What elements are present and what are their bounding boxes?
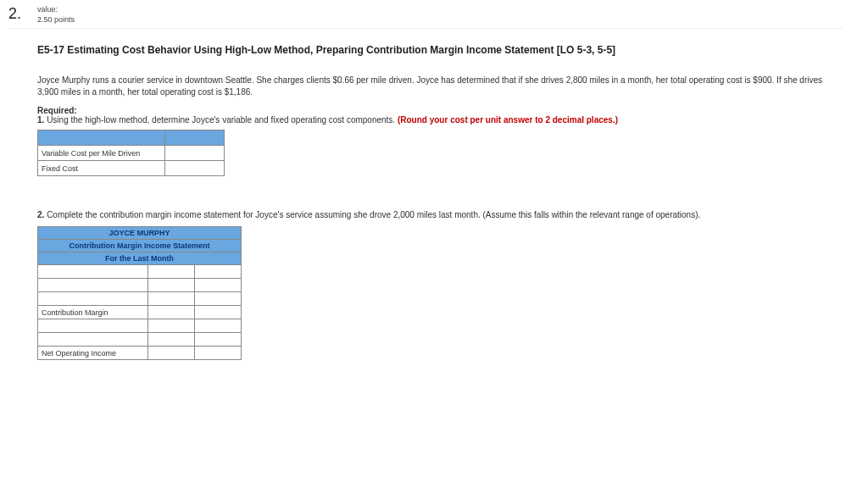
req1-number: 1.	[37, 115, 44, 125]
blank-header-cell	[165, 130, 225, 146]
question-header: 2. value: 2.50 points	[8, 5, 843, 29]
table-row	[38, 265, 242, 279]
statement-title: Contribution Margin Income Statement	[38, 240, 242, 252]
amount-input[interactable]	[148, 319, 195, 333]
amount-input[interactable]	[195, 347, 242, 360]
amount-input[interactable]	[148, 279, 195, 292]
question-number: 2.	[8, 5, 37, 23]
line-item-input[interactable]	[38, 292, 148, 306]
line-item-input[interactable]	[38, 333, 148, 347]
req1-line: 1. Using the high-low method, determine …	[37, 115, 618, 125]
amount-input[interactable]	[148, 347, 195, 360]
amount-input[interactable]	[148, 306, 195, 319]
req2-text: Complete the contribution margin income …	[47, 210, 700, 219]
table-row: Contribution Margin	[38, 306, 242, 319]
req2-number: 2.	[37, 210, 44, 219]
table-row	[38, 333, 242, 347]
blank-header-cell	[38, 130, 165, 146]
table-row	[38, 130, 225, 146]
table-row	[38, 319, 242, 333]
amount-input[interactable]	[148, 333, 195, 347]
problem-title: E5-17 Estimating Cost Behavior Using Hig…	[37, 44, 843, 56]
table-row: Variable Cost per Mile Driven	[38, 146, 225, 161]
amount-input[interactable]	[148, 265, 195, 279]
amount-input[interactable]	[195, 306, 242, 319]
table-row: For the Last Month	[38, 252, 242, 265]
req1-rounding-hint: (Round your cost per unit answer to 2 de…	[398, 115, 618, 125]
cost-components-table: Variable Cost per Mile Driven Fixed Cost	[37, 130, 225, 176]
variable-cost-input[interactable]	[165, 146, 225, 161]
req2-line: 2. Complete the contribution margin inco…	[37, 210, 843, 219]
question-value-block: value: 2.50 points	[37, 5, 75, 25]
variable-cost-label: Variable Cost per Mile Driven	[38, 146, 165, 161]
line-item-input[interactable]	[38, 279, 148, 292]
question-content: E5-17 Estimating Cost Behavior Using Hig…	[37, 44, 843, 360]
line-item-input[interactable]	[38, 265, 148, 279]
net-operating-income-label: Net Operating Income	[38, 347, 148, 360]
line-item-input[interactable]	[38, 319, 148, 333]
table-row: Contribution Margin Income Statement	[38, 240, 242, 252]
required-block: Required: 1. Using the high-low method, …	[37, 106, 843, 125]
amount-input[interactable]	[195, 319, 242, 333]
table-row	[38, 292, 242, 306]
scenario-text: Joyce Murphy runs a courier service in d…	[37, 75, 843, 97]
fixed-cost-input[interactable]	[165, 161, 225, 176]
required-label: Required:	[37, 106, 77, 115]
value-label: value:	[37, 5, 75, 15]
amount-input[interactable]	[195, 292, 242, 306]
amount-input[interactable]	[195, 265, 242, 279]
fixed-cost-label: Fixed Cost	[38, 161, 165, 176]
statement-company: JOYCE MURPHY	[38, 227, 242, 240]
statement-period: For the Last Month	[38, 252, 242, 265]
req1-text: Using the high-low method, determine Joy…	[47, 115, 395, 125]
value-points: 2.50 points	[37, 15, 75, 25]
amount-input[interactable]	[195, 333, 242, 347]
table-row	[38, 279, 242, 292]
income-statement-table: JOYCE MURPHY Contribution Margin Income …	[37, 226, 242, 360]
amount-input[interactable]	[148, 292, 195, 306]
contribution-margin-label: Contribution Margin	[38, 306, 148, 319]
table-row: Fixed Cost	[38, 161, 225, 176]
table-row: JOYCE MURPHY	[38, 227, 242, 240]
amount-input[interactable]	[195, 279, 242, 292]
table-row: Net Operating Income	[38, 347, 242, 360]
